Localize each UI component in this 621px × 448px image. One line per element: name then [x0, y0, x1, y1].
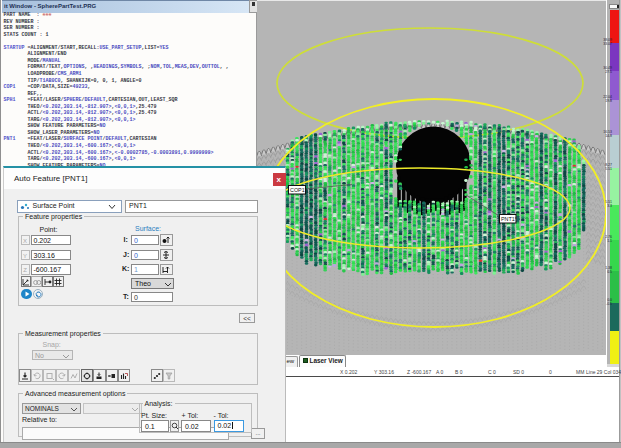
svg-text:PNT1*: PNT1*	[501, 216, 518, 222]
svg-text:COP1*: COP1*	[290, 187, 308, 193]
